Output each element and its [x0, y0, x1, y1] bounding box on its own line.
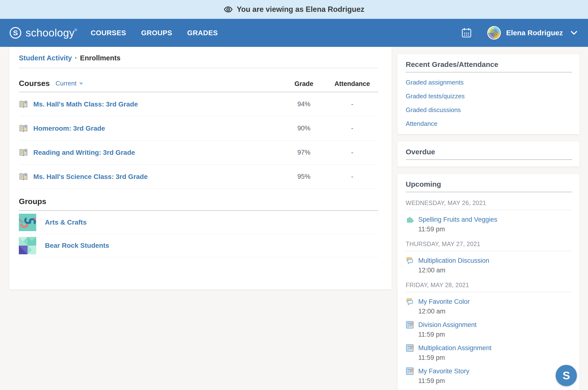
- assignment-icon: [406, 367, 414, 385]
- day-date: FRIDAY, MAY 28, 2021: [406, 282, 572, 289]
- arts-crafts-avatar: [19, 214, 36, 231]
- breadcrumb-student-activity[interactable]: Student Activity: [19, 54, 72, 62]
- upcoming-event: Division Assignment 11:59 pm: [406, 321, 572, 339]
- divider: [406, 72, 572, 72]
- primary-nav: COURSES GROUPS GRADES: [91, 29, 218, 37]
- list-item: Graded assignments: [406, 79, 572, 86]
- graded-assignments-link[interactable]: Graded assignments: [406, 79, 464, 86]
- open-book-icon: [19, 100, 28, 109]
- sidebar: Recent Grades/Attendance Graded assignme…: [397, 54, 580, 390]
- divider: [406, 292, 572, 292]
- event-time: 11:59 pm: [418, 225, 497, 233]
- filter-label: Current: [55, 80, 77, 87]
- event-link[interactable]: My Favorite Story: [418, 367, 469, 375]
- breadcrumb: Student Activity · Enrollments: [19, 54, 378, 62]
- view-as-text: You are viewing as Elena Rodriguez: [237, 5, 364, 14]
- course-attendance: -: [326, 125, 378, 132]
- top-nav: S schoology® COURSES GROUPS GRADES: [0, 19, 588, 47]
- graded-tests-link[interactable]: Graded tests/quizzes: [406, 93, 465, 100]
- upcoming-event: Multiplication Assignment 11:59 pm: [406, 344, 572, 362]
- event-link[interactable]: Multiplication Discussion: [418, 256, 489, 265]
- discussion-icon: [406, 256, 414, 274]
- assignment-icon: [406, 321, 414, 339]
- course-row: Homeroom: 3rd Grade 90% -: [19, 116, 378, 141]
- event-time: 11:59 pm: [418, 353, 491, 362]
- course-attendance: -: [326, 100, 378, 108]
- support-fab[interactable]: S: [556, 365, 577, 386]
- event-time: 12:00 am: [418, 266, 489, 274]
- divider: [406, 210, 572, 210]
- recent-grades-heading: Recent Grades/Attendance: [406, 60, 572, 69]
- overdue-card: Overdue: [397, 142, 580, 167]
- upcoming-event: Multiplication Discussion 12:00 am: [406, 256, 572, 274]
- courses-heading: Courses: [19, 79, 50, 88]
- chevron-down-icon[interactable]: [570, 29, 578, 37]
- course-attendance: -: [326, 149, 378, 156]
- nav-grades[interactable]: GRADES: [187, 29, 218, 37]
- divider: [19, 68, 378, 68]
- course-grade: 94%: [282, 100, 326, 108]
- group-row: Bear Rock Students: [19, 234, 378, 257]
- upcoming-day: WEDNESDAY, MAY 26, 2021 Spelling Fruits …: [406, 199, 572, 233]
- content-area: Student Activity · Enrollments Courses C…: [0, 47, 588, 390]
- course-grade: 97%: [282, 149, 326, 156]
- group-row: Arts & Crafts: [19, 211, 378, 234]
- enrollments-card: Student Activity · Enrollments Courses C…: [9, 47, 392, 290]
- event-time: 11:59 pm: [418, 377, 469, 385]
- list-item: Attendance: [406, 120, 572, 128]
- puzzle-icon: [406, 215, 414, 233]
- caret-down-icon: [79, 82, 83, 85]
- upcoming-event: Spelling Fruits and Veggies 11:59 pm: [406, 215, 572, 233]
- event-time: 11:59 pm: [418, 330, 477, 339]
- course-link[interactable]: Ms. Hall's Math Class: 3rd Grade: [33, 100, 138, 108]
- avatar[interactable]: [487, 26, 501, 40]
- course-attendance: -: [326, 173, 378, 180]
- schoology-logo[interactable]: S schoology®: [10, 27, 77, 39]
- course-link[interactable]: Homeroom: 3rd Grade: [33, 125, 105, 132]
- recent-grades-card: Recent Grades/Attendance Graded assignme…: [397, 54, 580, 134]
- groups-header: Groups: [19, 197, 378, 210]
- course-row: Ms. Hall's Math Class: 3rd Grade 94% -: [19, 92, 378, 116]
- event-link[interactable]: Multiplication Assignment: [418, 344, 491, 352]
- groups-heading: Groups: [19, 197, 46, 206]
- breadcrumb-current: Enrollments: [80, 54, 120, 62]
- event-link[interactable]: My Favorite Color: [418, 297, 470, 306]
- day-date: THURSDAY, MAY 27, 2021: [406, 241, 572, 247]
- list-item: Graded discussions: [406, 106, 572, 114]
- registered-mark: ®: [75, 28, 77, 32]
- open-book-icon: [19, 148, 28, 157]
- eye-icon: [224, 5, 233, 14]
- course-grade: 95%: [282, 173, 326, 180]
- nav-groups[interactable]: GROUPS: [141, 29, 172, 37]
- attendance-link[interactable]: Attendance: [406, 120, 438, 127]
- courses-table-header: Courses Current Grade Attendance: [19, 79, 378, 92]
- nav-courses[interactable]: COURSES: [91, 29, 126, 37]
- assignment-icon: [406, 344, 414, 362]
- discussion-icon: [406, 297, 414, 315]
- course-grade: 90%: [282, 125, 326, 132]
- divider: [406, 192, 572, 192]
- courses-filter-dropdown[interactable]: Current: [55, 80, 83, 87]
- upcoming-day: THURSDAY, MAY 27, 2021 Multiplication Di…: [406, 241, 572, 274]
- calendar-icon[interactable]: [461, 27, 472, 39]
- graded-discussions-link[interactable]: Graded discussions: [406, 106, 461, 113]
- breadcrumb-separator: ·: [75, 54, 77, 62]
- course-link[interactable]: Ms. Hall's Science Class: 3rd Grade: [33, 173, 148, 181]
- user-name[interactable]: Elena Rodriguez: [506, 29, 563, 37]
- mosaic-avatar: [19, 237, 36, 254]
- upcoming-event: My Favorite Story 11:59 pm: [406, 367, 572, 385]
- course-row: Reading and Writing: 3rd Grade 97% -: [19, 141, 378, 165]
- day-date: WEDNESDAY, MAY 26, 2021: [406, 199, 572, 206]
- open-book-icon: [19, 172, 28, 181]
- event-link[interactable]: Division Assignment: [418, 321, 477, 329]
- course-link[interactable]: Reading and Writing: 3rd Grade: [33, 149, 135, 156]
- course-row: Ms. Hall's Science Class: 3rd Grade 95% …: [19, 165, 378, 189]
- group-link[interactable]: Bear Rock Students: [45, 242, 109, 249]
- divider: [406, 159, 572, 160]
- group-link[interactable]: Arts & Crafts: [45, 219, 87, 226]
- upcoming-card: Upcoming WEDNESDAY, MAY 26, 2021 Spellin…: [397, 174, 580, 390]
- divider: [406, 251, 572, 251]
- event-time: 12:00 am: [418, 307, 470, 315]
- event-link[interactable]: Spelling Fruits and Veggies: [418, 215, 497, 224]
- brand-wordmark: schoology®: [26, 27, 77, 39]
